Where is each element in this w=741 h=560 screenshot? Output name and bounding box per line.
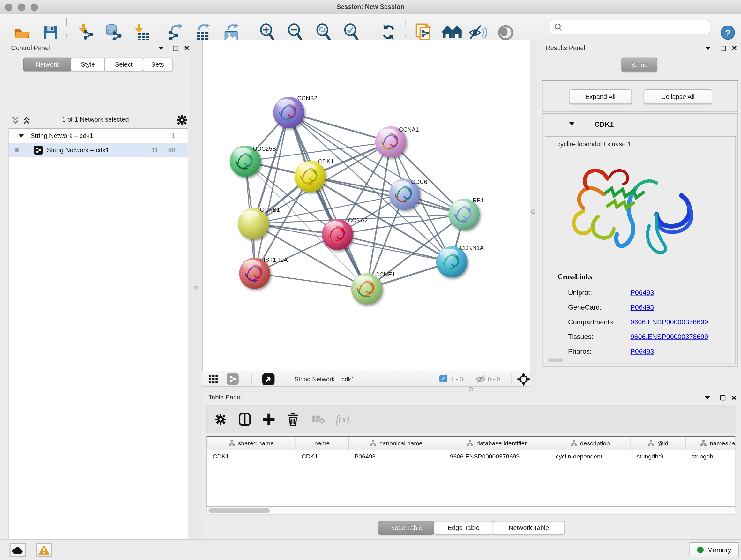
table-panel-menu-icon[interactable] — [703, 393, 712, 402]
export-table-icon[interactable] — [193, 23, 213, 43]
memory-button[interactable]: Memory — [690, 543, 739, 557]
node-label-HIST1H1A: HIST1H1A — [259, 256, 288, 263]
column-header-id[interactable]: @id — [631, 437, 686, 449]
collapse-all-button[interactable]: Collapse All — [644, 89, 712, 104]
crosslink-link[interactable]: P06493 — [630, 304, 654, 311]
results-panel-menu-icon[interactable] — [704, 44, 712, 53]
node-CCNE1[interactable]: CCNE1 — [351, 271, 395, 304]
import-network-database-icon[interactable] — [104, 23, 123, 43]
search-input[interactable] — [562, 23, 706, 31]
crosslink-row-compartments: Compartments:9606.ENSP00000378699 — [545, 318, 735, 329]
table-hscrollbar[interactable] — [206, 507, 735, 515]
column-header-canonical-name[interactable]: canonical name — [349, 437, 444, 449]
expand-all-button[interactable]: Expand All — [569, 89, 632, 104]
node-CCNA2[interactable]: CCNA2 — [322, 217, 367, 250]
tab-network[interactable]: Network — [23, 58, 71, 71]
import-network-file-icon[interactable] — [77, 23, 96, 43]
table-options-gear-icon[interactable] — [215, 414, 226, 425]
birdseye-grid-icon[interactable] — [209, 374, 219, 384]
zoom-in-icon[interactable] — [258, 23, 278, 43]
selected-checkbox-icon[interactable]: ✓ — [440, 375, 447, 382]
table-panel-float-icon[interactable] — [718, 393, 727, 402]
column-header-database-identifier[interactable]: database identifier — [444, 437, 550, 449]
tab-node-table[interactable]: Node Table — [378, 521, 434, 535]
zoom-out-icon[interactable] — [286, 23, 306, 43]
network-collection-row[interactable]: String Network – cdk1 1 — [9, 129, 188, 143]
node-CDC6[interactable]: CDC6 — [389, 179, 427, 210]
node-label-CCNE1: CCNE1 — [375, 271, 395, 278]
function-builder-icon[interactable]: f(x) — [336, 414, 349, 425]
toolbar-separator — [253, 18, 253, 37]
right-splitter[interactable] — [530, 40, 537, 387]
crosslink-link[interactable]: 9606.ENSP00000378699 — [630, 333, 709, 341]
network-canvas[interactable]: CCNB2CCNA1CDC25BCDK1CDC6RB1CCNB1CCNA2CDK… — [202, 40, 530, 371]
tab-network-table[interactable]: Network Table — [493, 521, 565, 535]
toolbar-separator — [406, 18, 406, 37]
column-header-description[interactable]: description — [550, 437, 631, 449]
collection-expand-caret-icon[interactable] — [18, 134, 24, 138]
tab-style[interactable]: Style — [71, 58, 105, 71]
control-panel-close-icon[interactable]: ✕ — [183, 44, 191, 53]
control-panel-float-icon[interactable] — [171, 44, 180, 53]
table-row[interactable]: CDK1CDK1P064939606.ENSP00000378699cyclin… — [207, 450, 735, 463]
export-image-icon[interactable] — [222, 23, 242, 43]
tab-select[interactable]: Select — [105, 58, 143, 71]
show-columns-icon[interactable] — [239, 413, 251, 426]
table-header-row: shared namenamecanonical namedatabase id… — [207, 437, 735, 450]
memory-status-dot — [697, 547, 704, 553]
network-row-selected[interactable]: String Network – cdk1 11 48 — [9, 143, 188, 157]
save-session-icon[interactable] — [41, 23, 60, 43]
fit-selected-crosshair-icon[interactable] — [517, 373, 530, 386]
refresh-icon[interactable] — [379, 23, 399, 43]
column-header-name[interactable]: name — [296, 437, 349, 449]
clone-network-icon[interactable] — [414, 23, 434, 43]
zoom-fit-icon[interactable] — [314, 23, 334, 43]
column-type-icon — [648, 440, 654, 446]
import-table-file-icon[interactable] — [132, 23, 151, 43]
tab-string[interactable]: String — [621, 58, 657, 72]
network-options-gear-icon[interactable] — [177, 115, 187, 125]
zoom-selected-icon[interactable] — [342, 23, 362, 43]
table-toolbar: f(x) — [206, 406, 735, 433]
hidden-eye-icon — [475, 375, 487, 383]
table-body: CDK1CDK1P064939606.ENSP00000378699cyclin… — [207, 450, 735, 463]
delete-table-icon[interactable] — [312, 414, 325, 425]
table-panel: Table Panel ✕ f(x) shared namenamecanoni… — [202, 392, 741, 539]
table-panel-close-icon[interactable]: ✕ — [730, 393, 738, 402]
node-CDKN1A[interactable]: CDKN1A — [436, 245, 484, 277]
create-column-plus-icon[interactable] — [263, 413, 275, 426]
tab-edge-table[interactable]: Edge Table — [434, 521, 493, 535]
network-overview-icon[interactable] — [227, 373, 239, 385]
column-header-shared-name[interactable]: shared name — [207, 437, 296, 449]
gene-section-caret-icon[interactable] — [569, 122, 575, 126]
cloud-status-icon[interactable] — [10, 543, 25, 557]
export-network-icon[interactable] — [165, 23, 185, 43]
crosslink-link[interactable]: P06493 — [630, 289, 654, 297]
delete-column-trash-icon[interactable] — [287, 413, 299, 426]
hide-selected-eye-icon[interactable] — [468, 23, 488, 43]
node-CCNA1[interactable]: CCNA1 — [375, 126, 419, 158]
crosslink-link[interactable]: P06493 — [630, 348, 654, 355]
column-header-namespace[interactable]: namespace — [686, 437, 735, 449]
open-in-window-icon[interactable] — [262, 373, 275, 385]
table-panel-title: Table Panel — [208, 393, 242, 401]
control-panel-menu-icon[interactable] — [157, 44, 165, 53]
open-session-icon[interactable] — [12, 23, 31, 43]
warning-status-icon[interactable] — [36, 543, 52, 557]
crosslink-link[interactable]: 9606.ENSP00000378699 — [630, 318, 709, 326]
tab-sets[interactable]: Sets — [143, 58, 172, 71]
table-hscrollbar-thumb[interactable] — [208, 508, 270, 513]
results-panel-float-icon[interactable] — [719, 44, 727, 53]
gene-section-header[interactable]: CDK1 — [543, 115, 737, 133]
node-RB1[interactable]: RB1 — [448, 197, 484, 230]
node-CCNB2[interactable]: CCNB2 — [273, 95, 317, 128]
node-HIST1H1A[interactable]: HIST1H1A — [239, 256, 288, 289]
network-view-title: String Network – cdk1 — [294, 375, 354, 382]
results-panel-close-icon[interactable]: ✕ — [730, 44, 739, 53]
left-splitter[interactable] — [191, 40, 202, 539]
results-scrollbar-thumb[interactable] — [548, 359, 562, 362]
show-all-eye-icon[interactable] — [496, 23, 516, 43]
node-table[interactable]: shared namenamecanonical namedatabase id… — [206, 436, 735, 507]
help-icon[interactable]: ? — [718, 23, 738, 43]
houses-icon[interactable] — [442, 23, 462, 43]
